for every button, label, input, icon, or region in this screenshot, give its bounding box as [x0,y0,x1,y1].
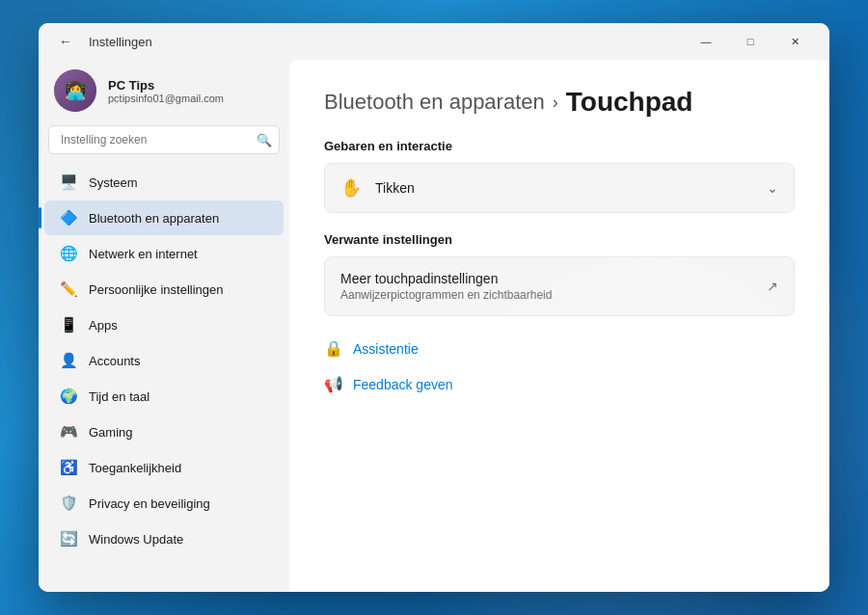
accounts-nav-icon: 👤 [60,352,77,369]
bluetooth-nav-icon: 🔷 [60,209,77,227]
minimize-button[interactable]: — [685,27,727,56]
feedback-row: 📢 Feedback geven [324,371,795,397]
feedback-link[interactable]: Feedback geven [353,377,453,392]
search-input[interactable] [48,125,280,154]
windows-update-nav-icon: 🔄 [60,530,77,548]
toegankelijkheid-nav-label: Toegankelijkheid [89,461,181,475]
sidebar-item-systeem[interactable]: 🖥️ Systeem [44,165,284,200]
feedback-icon: 📢 [324,375,343,393]
back-button[interactable]: ← [52,28,79,55]
gaming-nav-label: Gaming [89,425,133,440]
user-name: PC Tips [108,78,224,93]
sidebar-item-toegankelijkheid[interactable]: ♿ Toegankelijkheid [44,450,284,485]
sidebar-item-gaming[interactable]: 🎮 Gaming [44,414,284,449]
windows-update-nav-label: Windows Update [89,532,183,547]
systeem-nav-label: Systeem [89,175,138,190]
sidebar-item-bluetooth[interactable]: 🔷 Bluetooth en apparaten [44,201,284,235]
sidebar-item-netwerk[interactable]: 🌐 Netwerk en internet [44,236,284,271]
privacy-nav-label: Privacy en beveiliging [89,496,210,511]
user-email: pctipsinfo01@gmail.com [108,93,224,104]
breadcrumb-current: Touchpad [566,87,693,118]
systeem-nav-icon: 🖥️ [60,174,77,191]
breadcrumb-parent: Bluetooth en apparaten [324,90,545,115]
settings-window: ← Instellingen — □ ✕ 👩‍💻 PC Tips pctipsi… [39,23,829,592]
search-icon: 🔍 [257,133,272,147]
tikken-card[interactable]: ✋ Tikken ⌄ [324,163,795,213]
maximize-button[interactable]: □ [729,27,772,56]
sidebar-item-apps[interactable]: 📱 Apps [44,308,284,342]
sidebar-item-accounts[interactable]: 👤 Accounts [44,343,284,378]
tikken-chevron: ⌄ [767,180,778,196]
privacy-nav-icon: 🛡️ [60,495,77,512]
sidebar-item-persoonlijk[interactable]: ✏️ Persoonlijke instellingen [44,272,284,307]
gaming-nav-icon: 🎮 [60,423,77,441]
avatar-image: 👩‍💻 [54,69,96,112]
netwerk-nav-icon: 🌐 [60,245,77,262]
avatar[interactable]: 👩‍💻 [54,69,96,112]
breadcrumb: Bluetooth en apparaten › Touchpad [324,87,795,118]
sidebar-item-tijd[interactable]: 🌍 Tijd en taal [44,379,284,414]
content-area: Bluetooth en apparaten › Touchpad Gebare… [289,60,829,592]
tijd-nav-label: Tijd en taal [89,389,149,404]
tikken-label: Tikken [375,180,753,196]
close-button[interactable]: ✕ [773,27,816,56]
meer-touchpad-subtitle: Aanwijzerpictogrammen en zichtbaarheid [340,288,753,302]
nav-list: 🖥️ Systeem 🔷 Bluetooth en apparaten 🌐 Ne… [39,164,289,557]
meer-touchpad-title: Meer touchpadinstellingen [340,271,753,286]
meer-touchpad-text: Meer touchpadinstellingen Aanwijzerpicto… [340,271,753,302]
assistentie-row: 🔒 Assistentie [324,335,795,361]
user-info: PC Tips pctipsinfo01@gmail.com [108,78,224,104]
persoonlijk-nav-label: Persoonlijke instellingen [89,282,223,297]
sidebar: 👩‍💻 PC Tips pctipsinfo01@gmail.com 🔍 🖥️ … [39,60,289,592]
bluetooth-nav-label: Bluetooth en apparaten [89,211,219,226]
assistentie-icon: 🔒 [324,339,343,358]
netwerk-nav-label: Netwerk en internet [89,247,198,261]
titlebar-left: ← Instellingen [52,28,152,55]
sidebar-item-windows-update[interactable]: 🔄 Windows Update [44,521,284,556]
meer-touchpad-card[interactable]: Meer touchpadinstellingen Aanwijzerpicto… [324,256,795,316]
section-title-verwante: Verwante instellingen [324,232,795,247]
external-link-icon: ↗ [767,279,778,294]
apps-nav-icon: 📱 [60,316,77,334]
section-title-gebaren: Gebaren en interactie [324,139,795,153]
persoonlijk-nav-icon: ✏️ [60,281,77,298]
apps-nav-label: Apps [89,318,118,333]
titlebar: ← Instellingen — □ ✕ [39,23,829,60]
sidebar-item-privacy[interactable]: 🛡️ Privacy en beveiliging [44,486,284,521]
tikken-icon: ✋ [340,177,362,199]
breadcrumb-separator: › [553,93,558,113]
tijd-nav-icon: 🌍 [60,388,77,405]
main-content: 👩‍💻 PC Tips pctipsinfo01@gmail.com 🔍 🖥️ … [39,60,829,592]
tikken-row: ✋ Tikken ⌄ [325,164,794,212]
titlebar-controls: — □ ✕ [685,27,816,56]
accounts-nav-label: Accounts [89,354,140,368]
titlebar-title: Instellingen [89,35,152,49]
user-section: 👩‍💻 PC Tips pctipsinfo01@gmail.com [39,60,289,125]
toegankelijkheid-nav-icon: ♿ [60,459,77,476]
search-box: 🔍 [48,125,280,154]
assistentie-link[interactable]: Assistentie [353,341,419,357]
